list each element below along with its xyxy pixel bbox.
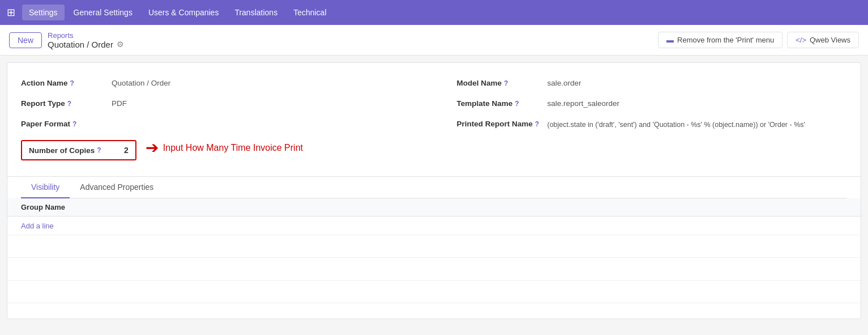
minus-icon: ▬ <box>666 36 674 44</box>
template-name-help-icon[interactable]: ? <box>515 100 519 108</box>
breadcrumb-current-label: Quotation / Order <box>48 40 113 49</box>
main-content: Action Name ? Quotation / Order Report T… <box>7 62 861 319</box>
table-header: Group Name <box>7 198 861 217</box>
action-name-help-icon[interactable]: ? <box>70 79 74 87</box>
add-line-row: Add a line <box>7 217 861 235</box>
template-name-row: Template Name ? sale.report_saleorder <box>457 95 848 115</box>
report-type-label: Report Type ? <box>21 99 112 108</box>
empty-row-3 <box>7 281 861 303</box>
breadcrumb-current: Quotation / Order ⚙ <box>48 40 124 49</box>
printed-report-help-icon[interactable]: ? <box>535 120 539 128</box>
empty-row-1 <box>7 235 861 258</box>
template-name-label: Template Name ? <box>457 99 548 108</box>
model-name-label: Model Name ? <box>457 79 548 87</box>
report-type-row: Report Type ? PDF <box>21 95 434 115</box>
paper-format-row: Paper Format ? <box>21 115 434 135</box>
tab-advanced-properties[interactable]: Advanced Properties <box>70 177 164 198</box>
printed-report-row: Printed Report Name ? (object.state in (… <box>457 115 848 135</box>
printed-report-value: (object.state in ('draft', 'sent') and '… <box>548 120 805 130</box>
paper-format-label: Paper Format ? <box>21 120 112 128</box>
settings-gear-icon[interactable]: ⚙ <box>117 40 124 49</box>
nav-translations[interactable]: Translations <box>228 5 284 20</box>
copies-row: Number of Copies ? 2 ➔ Input How Many Ti… <box>21 135 434 165</box>
copies-value[interactable]: 2 <box>124 146 129 155</box>
copies-section: Number of Copies ? 2 ➔ Input How Many Ti… <box>21 135 434 165</box>
new-button[interactable]: New <box>9 32 42 48</box>
add-line-button[interactable]: Add a line <box>21 222 54 230</box>
report-type-help-icon[interactable]: ? <box>67 100 71 108</box>
breadcrumb-actions: ▬ Remove from the 'Print' menu </> Qweb … <box>658 32 859 48</box>
group-name-column: Group Name <box>21 203 65 211</box>
tabs-section: Visibility Advanced Properties <box>7 176 861 198</box>
red-arrow-icon: ➔ <box>146 140 159 156</box>
annotation-text: Input How Many Time Invoice Print <box>163 143 303 153</box>
code-icon: </> <box>796 36 806 44</box>
action-name-row: Action Name ? Quotation / Order <box>21 74 434 95</box>
breadcrumb-parent[interactable]: Reports <box>48 31 124 40</box>
report-type-value: PDF <box>112 99 434 108</box>
empty-row-2 <box>7 258 861 281</box>
table-body: Add a line <box>7 217 861 319</box>
form-left-column: Action Name ? Quotation / Order Report T… <box>21 74 434 165</box>
copies-box: Number of Copies ? 2 <box>21 140 136 160</box>
breadcrumb-left: New Reports Quotation / Order ⚙ <box>9 31 124 49</box>
nav-users-companies[interactable]: Users & Companies <box>142 5 226 20</box>
empty-rows <box>7 235 861 303</box>
nav-general-settings[interactable]: General Settings <box>67 5 139 20</box>
nav-settings[interactable]: Settings <box>22 5 65 20</box>
copies-label: Number of Copies ? <box>29 146 119 155</box>
form-right-column: Model Name ? sale.order Template Name ? … <box>434 74 848 165</box>
form-section: Action Name ? Quotation / Order Report T… <box>7 63 861 176</box>
tab-visibility[interactable]: Visibility <box>21 177 70 198</box>
tabs-header: Visibility Advanced Properties <box>21 177 847 198</box>
table-section: Group Name Add a line <box>7 198 861 319</box>
model-name-value: sale.order <box>548 79 848 87</box>
grid-icon[interactable]: ⊞ <box>7 6 15 19</box>
breadcrumb-bar: New Reports Quotation / Order ⚙ ▬ Remove… <box>0 25 868 56</box>
topnav: ⊞ Settings General Settings Users & Comp… <box>0 0 868 25</box>
paper-format-help-icon[interactable]: ? <box>72 120 76 128</box>
remove-print-button[interactable]: ▬ Remove from the 'Print' menu <box>658 32 783 48</box>
qweb-views-label: Qweb Views <box>810 36 850 44</box>
nav-technical[interactable]: Technical <box>287 5 333 20</box>
arrow-annotation: ➔ Input How Many Time Invoice Print <box>146 140 303 156</box>
printed-report-label: Printed Report Name ? <box>457 120 548 128</box>
model-name-row: Model Name ? sale.order <box>457 74 848 95</box>
qweb-views-button[interactable]: </> Qweb Views <box>787 32 859 48</box>
model-name-help-icon[interactable]: ? <box>504 79 508 87</box>
remove-print-label: Remove from the 'Print' menu <box>677 36 774 44</box>
template-name-value: sale.report_saleorder <box>548 99 848 108</box>
breadcrumb-path: Reports Quotation / Order ⚙ <box>48 31 124 49</box>
copies-help-icon[interactable]: ? <box>97 146 101 154</box>
action-name-value: Quotation / Order <box>112 79 434 87</box>
action-name-label: Action Name ? <box>21 79 112 87</box>
